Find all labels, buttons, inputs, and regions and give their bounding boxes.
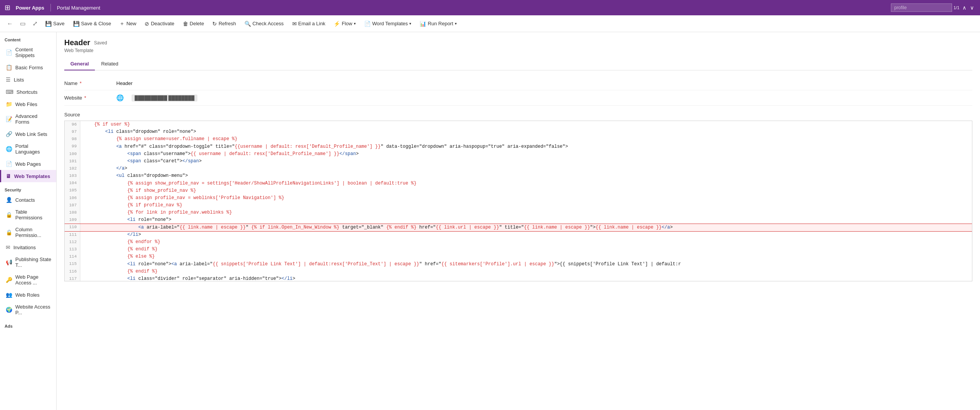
back-button[interactable]: ← [4,18,16,29]
line-code[interactable]: <span class="caret"></span> [80,158,972,165]
line-number: 110 [65,224,80,231]
run-report-icon: 📊 [420,21,426,27]
contacts-icon: 👤 [6,197,12,203]
sidebar-item-content-snippets[interactable]: 📄 Content Snippets [0,44,56,61]
sidebar-item-label: Web Link Sets [15,131,47,137]
line-code[interactable]: {% if show_profile_nav %} [80,187,972,194]
website-required: * [84,95,86,101]
line-code[interactable]: {% else %} [80,253,972,260]
tab-general[interactable]: General [64,58,95,70]
save-button[interactable]: 💾 Save [41,18,68,29]
sidebar-item-label: Table Permissions [15,209,52,221]
delete-button[interactable]: 🗑 Delete [179,18,208,29]
content-snippets-icon: 📄 [6,49,12,56]
line-number: 99 [65,143,80,150]
sidebar-item-label: Shortcuts [16,89,37,95]
sidebar-item-web-page-access[interactable]: 🔑 Web Page Access ... [0,271,56,289]
email-link-button[interactable]: ✉ Email a Link [288,18,329,29]
website-value[interactable]: ██████████ ████████ [132,95,197,101]
table-row: 112 {% endfor %} [65,238,972,246]
line-code[interactable]: {% if profile_nav %} [80,202,972,209]
portal-languages-icon: 🌐 [6,146,12,152]
sidebar-item-contacts[interactable]: 👤 Contacts [0,194,56,206]
app-logo: Power Apps [16,5,44,11]
table-row: 101 <span class="caret"></span> [65,158,972,165]
table-row: 107 {% if profile_nav %} [65,202,972,209]
line-code[interactable]: <ul class="dropdown-menu"> [80,172,972,180]
source-label: Source [64,112,972,118]
line-code[interactable]: {% if user %} [80,121,972,128]
check-access-button[interactable]: 🔍 Check Access [241,18,288,29]
line-number: 105 [65,187,80,194]
sidebar-item-web-files[interactable]: 📁 Web Files [0,98,56,110]
code-editor[interactable]: 96 {% if user %}97 <li class="dropdown" … [64,121,972,281]
line-number: 115 [65,261,80,268]
tab-related[interactable]: Related [95,58,124,70]
line-code[interactable]: <li class="divider" role="separator" ari… [80,275,972,281]
sidebar-item-web-link-sets[interactable]: 🔗 Web Link Sets [0,128,56,140]
top-bar: ⊞ Power Apps Portal Management 1/1 ∧ ∨ [0,0,980,15]
line-number: 117 [65,275,80,281]
line-code[interactable]: </a> [80,165,972,172]
expand-icon-button[interactable]: ⤢ [29,18,41,29]
web-files-icon: 📁 [6,101,12,107]
sidebar-item-label: Basic Forms [15,65,43,70]
name-label: Name * [64,80,110,86]
basic-forms-icon: 📋 [6,64,12,70]
page-subtitle: Web Template [64,48,972,53]
line-code[interactable]: <span class="username">{{ username | def… [80,150,972,158]
new-button[interactable]: ＋ New [116,18,140,29]
sidebar-item-web-pages[interactable]: 📄 Web Pages [0,158,56,170]
line-code[interactable]: <li role="none"><a aria-label="{{ snippe… [80,261,972,268]
waffle-icon[interactable]: ⊞ [5,3,10,12]
name-row: Name * Header [64,77,972,90]
sidebar-item-column-permissions[interactable]: 🔒 Column Permissio... [0,224,56,241]
save-close-button[interactable]: 💾 Save & Close [69,18,115,29]
table-row: 110 <a aria-label="{{ link.name | escape… [65,224,972,231]
run-report-chevron-icon: ▾ [455,21,457,26]
line-code[interactable]: {% endif %} [80,246,972,253]
sidebar-item-label: Web Page Access ... [15,274,52,286]
sidebar-item-web-roles[interactable]: 👥 Web Roles [0,289,56,301]
table-row: 102 </a> [65,165,972,172]
shortcuts-icon: ⌨ [6,89,13,95]
line-number: 114 [65,253,80,260]
prev-match-button[interactable]: ∧ [961,5,968,11]
sidebar-item-label: Website Access P... [15,304,52,315]
sidebar-item-advanced-forms[interactable]: 📝 Advanced Forms [0,110,56,128]
flow-button[interactable]: ⚡ Flow ▾ [330,18,359,29]
line-code[interactable]: {% assign profile_nav = weblinks['Profil… [80,194,972,202]
line-code[interactable]: {% for link in profile_nav.weblinks %} [80,209,972,216]
web-pages-icon: 📄 [6,161,12,167]
line-code[interactable]: <li class="dropdown" role="none"> [80,128,972,136]
deactivate-button[interactable]: ⊘ Deactivate [141,18,178,29]
line-code[interactable]: <a aria-label="{{ link.name | escape }}"… [80,224,972,231]
line-code[interactable]: <a href="#" class="dropdown-toggle" titl… [80,143,972,150]
line-code[interactable]: {% assign username=user.fullname | escap… [80,136,972,143]
top-bar-search: 1/1 ∧ ∨ [891,3,975,12]
sidebar-item-web-templates[interactable]: 🖥 Web Templates [0,170,56,182]
sidebar-item-lists[interactable]: ☰ Lists [0,74,56,86]
sidebar-item-website-access[interactable]: 🌍 Website Access P... [0,301,56,319]
name-value[interactable]: Header [116,80,133,86]
next-match-button[interactable]: ∨ [969,5,975,11]
form-section: Name * Header Website * 🌐 ██████████ ███… [57,70,980,112]
sidebar-item-publishing-state[interactable]: 📢 Publishing State T... [0,253,56,271]
sidebar-item-invitations[interactable]: ✉ Invitations [0,241,56,253]
line-number: 108 [65,209,80,216]
run-report-button[interactable]: 📊 Run Report ▾ [416,18,460,29]
line-code[interactable]: <li role="none"> [80,216,972,224]
sidebar-item-table-permissions[interactable]: 🔒 Table Permissions [0,206,56,224]
line-code[interactable]: {% assign show_profile_nav = settings['H… [80,180,972,187]
code-table: 96 {% if user %}97 <li class="dropdown" … [65,121,972,281]
sidebar-item-basic-forms[interactable]: 📋 Basic Forms [0,61,56,74]
search-input[interactable] [891,3,952,12]
word-templates-button[interactable]: 📄 Word Templates ▾ [360,18,415,29]
line-code[interactable]: {% endfor %} [80,238,972,246]
sidebar-item-portal-languages[interactable]: 🌐 Portal Languages [0,140,56,158]
document-icon-button[interactable]: ▭ [17,18,29,29]
line-code[interactable]: {% endif %} [80,268,972,275]
line-code[interactable]: </li> [80,231,972,238]
sidebar-item-shortcuts[interactable]: ⌨ Shortcuts [0,86,56,98]
refresh-button[interactable]: ↻ Refresh [208,18,240,29]
